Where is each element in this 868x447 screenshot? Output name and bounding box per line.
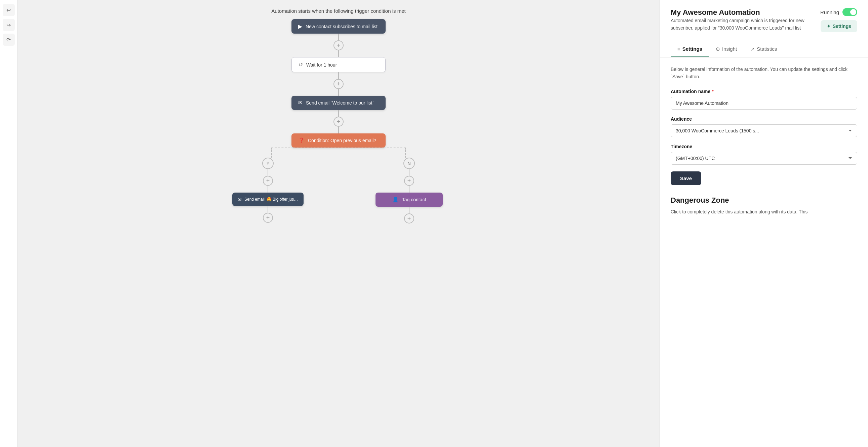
branch-section: Y + ✉ Send email '🤩 Big offer just for y…: [18, 148, 659, 224]
question-icon: ❓: [298, 137, 305, 143]
stats-icon: ↗: [750, 46, 755, 52]
branch-n-connector-3: [409, 207, 409, 214]
condition-node-container: ❓ Condition: Open previous email?: [291, 133, 385, 148]
left-toolbar: ↩ ↪ ⟳: [0, 0, 18, 447]
undo-button[interactable]: ↩: [3, 4, 15, 16]
condition-node[interactable]: ❓ Condition: Open previous email?: [291, 133, 385, 148]
tab-statistics[interactable]: ↗ Statistics: [744, 41, 784, 58]
email-node-container: ✉ Send email `Welcome to our list`: [291, 96, 385, 110]
play-icon: ▶: [298, 23, 302, 30]
email-label: Send email `Welcome to our list`: [306, 100, 374, 105]
panel-content: Below is general information of the auto…: [660, 58, 868, 224]
right-panel: My Awesome Automation Automated email ma…: [659, 0, 868, 447]
connector-3: [338, 72, 339, 79]
redo-button[interactable]: ↪: [3, 19, 15, 31]
menu-icon: ≡: [677, 46, 680, 52]
branch-n-connector-2: [409, 186, 409, 193]
info-text: Below is general information of the auto…: [671, 66, 857, 81]
branch-yes-label: Y: [262, 158, 274, 169]
tag-label: Tag contact: [402, 197, 426, 202]
statistics-tab-label: Statistics: [757, 46, 777, 52]
panel-header: My Awesome Automation Automated email ma…: [660, 0, 868, 41]
tag-node[interactable]: 👤 Tag contact: [375, 193, 443, 207]
automation-name-input[interactable]: [671, 97, 857, 109]
automation-canvas: Automation starts when the following tri…: [18, 0, 659, 447]
branch-n-connector: [409, 169, 409, 176]
email-node[interactable]: ✉ Send email `Welcome to our list`: [291, 96, 385, 110]
timezone-label: Timezone: [671, 144, 857, 149]
canvas-header-text: Automation starts when the following tri…: [271, 8, 405, 14]
insight-tab-label: Insight: [722, 46, 737, 52]
connector-5: [338, 110, 339, 117]
canvas-header: Automation starts when the following tri…: [18, 0, 659, 19]
condition-label: Condition: Open previous email?: [308, 138, 376, 143]
wait-node[interactable]: ↺ Wait for 1 hour: [291, 57, 385, 72]
history-button[interactable]: ⟳: [3, 34, 15, 46]
trigger-node[interactable]: ▶ New contact subscribes to mail list: [291, 19, 385, 34]
panel-title-text: My Awesome Automation: [671, 8, 820, 17]
tag-icon: 👤: [392, 197, 399, 203]
danger-zone-text: Click to completely delete this automati…: [671, 208, 857, 216]
branch-row: Y + ✉ Send email '🤩 Big offer just for y…: [18, 158, 659, 224]
branch-no: N + 👤 Tag contact +: [365, 158, 453, 224]
trigger-label: New contact subscribes to mail list: [306, 24, 377, 29]
branch-add-btn-right[interactable]: +: [404, 176, 414, 186]
branch-y-connector: [268, 169, 268, 176]
branch-y-connector-2: [268, 186, 268, 193]
timezone-group: Timezone (GMT+00:00) UTC: [671, 144, 857, 165]
email-sub-icon: ✉: [238, 197, 242, 202]
panel-title-row: My Awesome Automation Automated email ma…: [671, 8, 857, 37]
timezone-select[interactable]: (GMT+00:00) UTC: [671, 152, 857, 165]
branch-add-btn-left-2[interactable]: +: [263, 213, 273, 223]
branch-add-btn-left[interactable]: +: [263, 176, 273, 186]
branch-email-sub-label: Send email '🤩 Big offer just for y...: [244, 197, 298, 202]
automation-name-group: Automation name *: [671, 89, 857, 109]
panel-tabs: ≡ Settings ⊙ Insight ↗ Statistics: [660, 41, 868, 58]
branch-y-connector-3: [268, 206, 268, 213]
panel-top-right: Running ✦ Settings: [820, 8, 857, 32]
required-star: *: [712, 89, 713, 94]
wait-node-container: ↺ Wait for 1 hour: [291, 57, 385, 72]
sparkles-icon: ✦: [827, 24, 831, 29]
clock-icon: ↺: [299, 62, 303, 68]
audience-select[interactable]: 30,000 WooCommerce Leads (1500 s...: [671, 124, 857, 137]
add-btn-1[interactable]: +: [334, 40, 344, 51]
audience-label: Audience: [671, 116, 857, 122]
timezone-label-text: Timezone: [671, 144, 692, 149]
branch-add-btn-right-2[interactable]: +: [404, 214, 414, 224]
connector-4: [338, 89, 339, 96]
panel-description: Automated email marketing campaign which…: [671, 17, 820, 32]
insight-icon: ⊙: [716, 46, 720, 52]
add-btn-2[interactable]: +: [334, 79, 344, 89]
branch-yes: Y + ✉ Send email '🤩 Big offer just for y…: [224, 158, 312, 223]
automation-flow: ▶ New contact subscribes to mail list + …: [18, 19, 659, 237]
connector-6: [338, 127, 339, 133]
panel-title: My Awesome Automation Automated email ma…: [671, 8, 820, 37]
automation-name-label: Automation name *: [671, 89, 857, 94]
save-button[interactable]: Save: [671, 171, 701, 185]
audience-label-text: Audience: [671, 116, 692, 122]
settings-button[interactable]: ✦ Settings: [820, 20, 857, 32]
running-row: Running: [820, 8, 857, 16]
email-icon: ✉: [298, 100, 303, 106]
tab-settings[interactable]: ≡ Settings: [671, 41, 709, 57]
danger-zone-title: Dangerous Zone: [671, 196, 857, 205]
tab-insight[interactable]: ⊙ Insight: [709, 41, 744, 58]
audience-group: Audience 30,000 WooCommerce Leads (1500 …: [671, 116, 857, 137]
trigger-node-container: ▶ New contact subscribes to mail list: [291, 19, 385, 34]
branch-email-sub-node[interactable]: ✉ Send email '🤩 Big offer just for y...: [232, 193, 304, 206]
running-label: Running: [820, 9, 839, 15]
wait-label: Wait for 1 hour: [306, 62, 337, 68]
add-btn-3[interactable]: +: [334, 117, 344, 127]
settings-btn-label: Settings: [833, 24, 851, 29]
connector-1: [338, 34, 339, 40]
running-toggle[interactable]: [842, 8, 857, 16]
branch-no-label: N: [403, 158, 415, 169]
settings-tab-label: Settings: [682, 46, 702, 52]
connector-2: [338, 51, 339, 57]
branch-connector-visual: [244, 148, 433, 158]
automation-name-label-text: Automation name: [671, 89, 710, 94]
danger-zone: Dangerous Zone Click to completely delet…: [671, 196, 857, 216]
